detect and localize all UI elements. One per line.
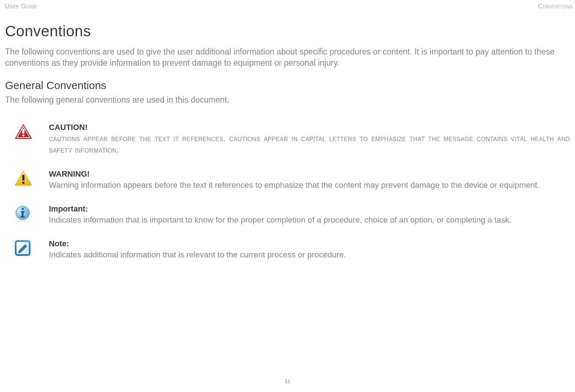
note-icon: [14, 239, 34, 256]
warning-text: Warning information appears before the t…: [49, 179, 570, 191]
svg-point-10: [22, 208, 24, 210]
caution-text: cautions appear before the text it refer…: [49, 133, 570, 155]
warning-icon: [14, 169, 34, 187]
svg-point-14: [15, 220, 30, 221]
caution-icon: [14, 123, 34, 140]
header-right: Conventions: [538, 3, 573, 10]
warning-heading: WARNING!: [49, 169, 570, 179]
svg-rect-6: [22, 175, 24, 181]
convention-caution: CAUTION! cautions appear before the text…: [5, 123, 570, 155]
page-number: 11: [285, 378, 290, 384]
convention-important: Important: Indicates information that is…: [5, 204, 570, 225]
svg-point-8: [15, 185, 31, 186]
important-icon: [14, 204, 34, 222]
page-content: Conventions The following conventions ar…: [5, 3, 570, 260]
svg-rect-12: [22, 211, 24, 217]
svg-rect-13: [20, 216, 25, 218]
intro-paragraph: The following conventions are used to gi…: [5, 46, 570, 69]
svg-rect-2: [22, 129, 24, 134]
caution-heading: CAUTION!: [49, 123, 570, 132]
important-text: Indicates information that is important …: [49, 214, 570, 225]
convention-note: Note: Indicates additional information t…: [5, 239, 570, 260]
convention-warning: WARNING! Warning information appears bef…: [5, 169, 570, 191]
section-subtitle: General Conventions: [5, 79, 570, 92]
header-left: User Guide: [5, 3, 37, 10]
svg-point-4: [15, 139, 31, 140]
page-title: Conventions: [5, 23, 570, 40]
subintro-paragraph: The following general conventions are us…: [5, 95, 570, 105]
svg-point-7: [22, 181, 24, 183]
important-heading: Important:: [49, 204, 570, 214]
svg-point-3: [22, 134, 24, 136]
note-heading: Note:: [49, 239, 570, 248]
note-text: Indicates additional information that is…: [49, 249, 570, 260]
